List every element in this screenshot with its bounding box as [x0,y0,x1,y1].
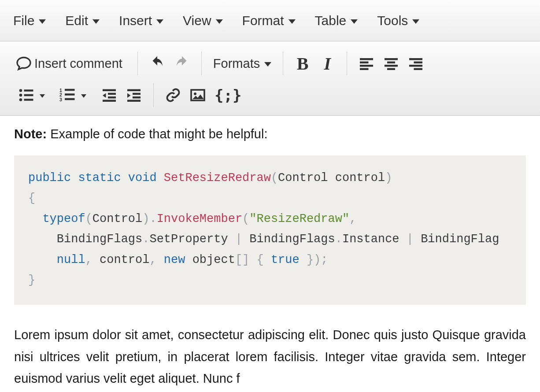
bold-button[interactable]: B [290,51,315,76]
svg-rect-5 [24,99,33,101]
note-line: Note: Example of code that might be help… [14,125,526,143]
toolbar-row-1: Insert comment Formats B I [11,48,529,79]
bold-icon: B [297,53,309,74]
menu-tools-label: Tools [377,13,408,28]
menu-view[interactable]: View [181,11,224,31]
code-button[interactable]: {;} [210,83,246,107]
italic-button[interactable]: I [315,51,340,76]
menu-insert[interactable]: Insert [117,11,165,31]
svg-point-4 [19,98,22,101]
menu-insert-label: Insert [119,13,152,28]
note-text: Example of code that might be helpful: [47,127,267,141]
menu-format-label: Format [242,13,284,28]
numbered-list-icon: 123 [59,87,75,103]
redo-button[interactable] [170,51,194,76]
undo-button[interactable] [145,51,170,76]
chevron-down-icon [40,94,45,98]
numbered-list-button[interactable]: 123 [53,83,78,107]
link-button[interactable] [161,83,185,107]
outdent-button[interactable] [97,83,122,107]
formats-dropdown[interactable]: Formats [209,56,276,71]
align-left-icon [359,55,374,71]
outdent-icon [101,87,117,103]
note-label: Note: [14,127,47,141]
numbered-list-dropdown[interactable] [78,92,90,98]
image-icon [190,87,206,103]
link-icon [165,87,181,103]
chevron-down-icon [351,19,358,24]
svg-rect-18 [133,96,141,99]
svg-point-0 [19,89,22,92]
align-right-icon [408,55,424,71]
indent-icon [126,87,142,103]
svg-rect-15 [103,100,116,102]
menu-table[interactable]: Table [313,11,360,31]
svg-rect-14 [108,96,116,99]
svg-rect-13 [108,93,116,95]
menubar: File Edit Insert View Format Table Tools [0,0,540,41]
svg-point-2 [19,94,22,97]
menu-format[interactable]: Format [240,11,297,31]
toolbar: Insert comment Formats B I [0,41,540,116]
svg-rect-11 [65,98,75,100]
bullet-list-button[interactable] [11,83,36,107]
svg-point-21 [194,92,196,95]
bullet-list-icon [18,87,34,103]
menu-edit[interactable]: Edit [63,11,101,31]
svg-rect-3 [24,94,33,96]
code-block: public static void SetResizeRedraw(Contr… [14,155,526,305]
align-left-button[interactable] [354,51,379,76]
separator [283,52,283,75]
insert-comment-label: Insert comment [32,56,122,71]
chevron-down-icon [264,62,271,67]
svg-rect-7 [65,89,75,91]
menu-edit-label: Edit [65,13,88,28]
image-button[interactable] [185,83,210,107]
chevron-down-icon [81,94,86,98]
menu-file-label: File [13,13,34,28]
svg-text:3: 3 [59,97,62,102]
insert-comment-button[interactable]: Insert comment [11,51,130,76]
separator [153,83,154,107]
align-right-button[interactable] [403,51,428,76]
chevron-down-icon [412,19,419,24]
comment-icon [16,55,32,71]
align-center-icon [383,55,399,71]
formats-label: Formats [213,56,260,71]
align-center-button[interactable] [379,51,403,76]
editor-content[interactable]: Note: Example of code that might be help… [0,116,540,390]
menu-view-label: View [183,13,211,28]
separator [347,52,347,75]
svg-rect-9 [65,93,75,96]
body-paragraph: Lorem ipsum dolor sit amet, consectetur … [14,324,526,390]
bullet-list-dropdown[interactable] [36,92,48,98]
chevron-down-icon [39,19,46,24]
svg-rect-1 [24,89,33,92]
chevron-down-icon [92,19,100,24]
svg-rect-16 [127,89,141,92]
redo-icon [174,55,190,71]
svg-rect-12 [103,89,116,92]
svg-rect-19 [127,100,141,102]
code-icon: {;} [215,86,241,104]
undo-icon [149,55,165,71]
menu-table-label: Table [315,13,347,28]
separator [201,52,202,75]
separator [137,52,138,75]
indent-button[interactable] [122,83,146,107]
toolbar-row-2: 123 {;} [11,79,529,111]
italic-icon: I [324,53,331,74]
menu-file[interactable]: File [11,11,48,31]
chevron-down-icon [288,19,296,24]
chevron-down-icon [156,19,163,24]
menu-tools[interactable]: Tools [375,11,421,31]
chevron-down-icon [216,19,223,24]
svg-rect-17 [133,93,141,95]
